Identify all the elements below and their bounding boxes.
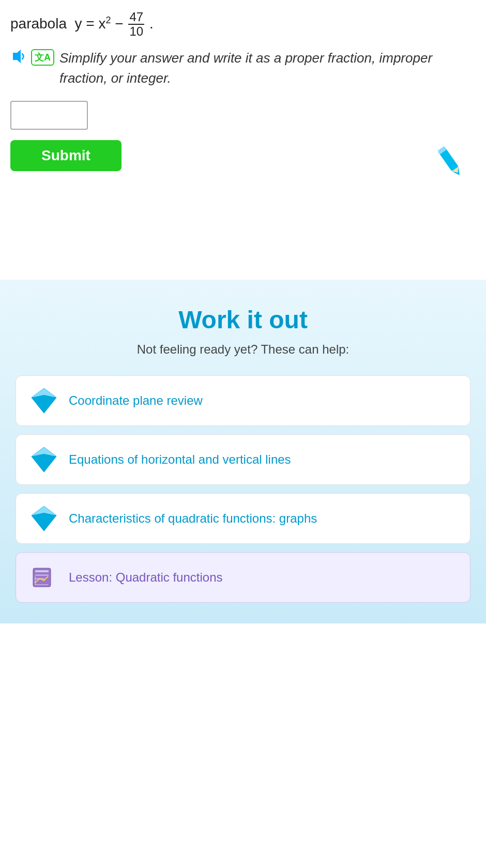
work-it-out-title: Work it out: [16, 306, 470, 334]
work-it-out-subtitle: Not feeling ready yet? These can help:: [16, 342, 470, 357]
diamond-icon-3: [31, 505, 57, 532]
answer-input[interactable]: [10, 101, 88, 130]
equation-period: .: [149, 16, 154, 32]
instruction-row: 文A Simplify your answer and write it as …: [10, 48, 470, 88]
svg-marker-0: [13, 50, 21, 63]
resource-label-4: Lesson: Quadratic functions: [69, 570, 223, 585]
fraction-denominator: 10: [128, 25, 144, 38]
diamond-icon-1: [31, 387, 57, 414]
resource-list: Coordinate plane review Equations of hor…: [16, 375, 470, 603]
work-it-out-section: Work it out Not feeling ready yet? These…: [0, 280, 486, 623]
svg-rect-15: [35, 570, 49, 572]
spacer-area: [0, 197, 486, 280]
fraction-numerator: 47: [128, 10, 144, 25]
resource-item-coordinate-plane[interactable]: Coordinate plane review: [16, 375, 470, 426]
resource-label-3: Characteristics of quadratic functions: …: [69, 511, 317, 526]
audio-icon[interactable]: [10, 49, 26, 67]
pencil-icon[interactable]: [434, 143, 465, 179]
resource-label-1: Coordinate plane review: [69, 393, 203, 408]
problem-section: parabola y = x2 − 47 10 . 文A Simplify yo…: [0, 0, 486, 197]
instruction-text: Simplify your answer and write it as a p…: [59, 48, 470, 88]
lesson-icon: [31, 564, 57, 591]
problem-equation: parabola y = x2 − 47 10 .: [10, 10, 470, 39]
equation-text: parabola y = x2 −: [10, 16, 127, 32]
pencil-icon-area: [434, 143, 465, 181]
resource-item-lesson-quadratic[interactable]: Lesson: Quadratic functions: [16, 552, 470, 603]
resource-item-quadratic-graphs[interactable]: Characteristics of quadratic functions: …: [16, 493, 470, 544]
submit-button[interactable]: Submit: [10, 140, 122, 171]
fraction: 47 10: [128, 10, 144, 39]
svg-marker-7: [32, 395, 56, 413]
resource-label-2: Equations of horizontal and vertical lin…: [69, 452, 291, 467]
translate-icon[interactable]: 文A: [31, 49, 54, 66]
svg-rect-16: [35, 574, 49, 576]
svg-marker-10: [32, 454, 56, 472]
diamond-icon-2: [31, 446, 57, 473]
resource-item-horiz-vert[interactable]: Equations of horizontal and vertical lin…: [16, 434, 470, 485]
svg-marker-13: [32, 513, 56, 531]
